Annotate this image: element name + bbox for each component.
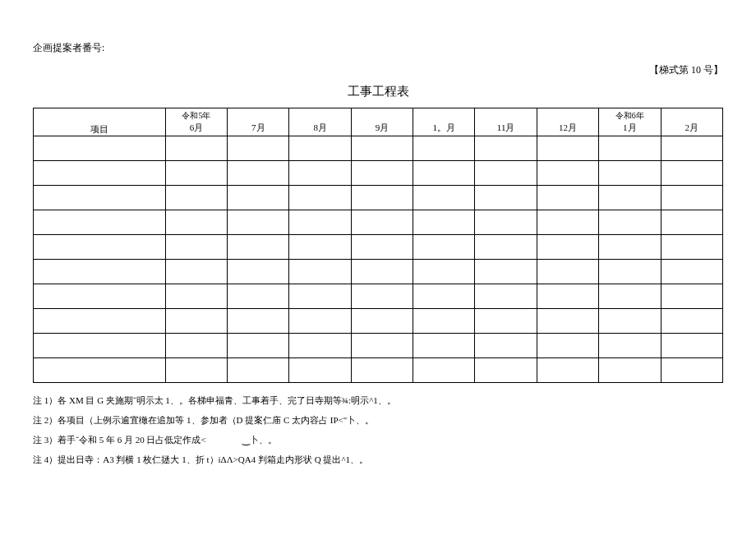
month-header: 1。月 — [413, 122, 475, 136]
table-cell — [537, 161, 598, 186]
month-header: 8月 — [289, 122, 351, 136]
table-cell — [661, 235, 722, 260]
month-header: 1月 — [599, 122, 661, 136]
table-cell — [537, 284, 598, 309]
table-cell — [289, 334, 351, 358]
month-header: 7月 — [228, 122, 289, 136]
table-cell — [34, 235, 166, 260]
table-cell — [475, 235, 537, 260]
table-cell — [537, 186, 598, 210]
table-cell — [599, 260, 661, 284]
month-header-blank — [537, 108, 598, 122]
table-cell — [228, 334, 289, 358]
table-cell — [34, 210, 166, 235]
schedule-table: 项目 令和5年 令和6年 6月 7月 8月 9月 1。月 11月 12月 1月 … — [33, 108, 723, 383]
month-header-blank — [661, 108, 722, 122]
table-cell — [165, 161, 227, 186]
month-header-blank — [289, 108, 351, 122]
table-row — [34, 235, 723, 260]
table-cell — [475, 210, 537, 235]
table-cell — [228, 136, 289, 161]
table-cell — [228, 284, 289, 309]
table-cell — [34, 136, 166, 161]
table-row — [34, 186, 723, 210]
table-cell — [289, 260, 351, 284]
table-cell — [661, 210, 722, 235]
table-cell — [599, 136, 661, 161]
table-row — [34, 358, 723, 383]
table-cell — [661, 309, 722, 334]
table-cell — [289, 309, 351, 334]
table-cell — [165, 260, 227, 284]
table-cell — [165, 136, 227, 161]
table-cell — [475, 284, 537, 309]
table-cell — [165, 186, 227, 210]
table-cell — [537, 334, 598, 358]
table-cell — [661, 161, 722, 186]
note-2: 注 2）各项目（上例示逾宜橄在追加等 1、参加者（D 提案仁庙 C 太内容占 I… — [33, 411, 723, 429]
table-cell — [165, 235, 227, 260]
table-row — [34, 284, 723, 309]
table-cell — [413, 235, 475, 260]
table-cell — [599, 186, 661, 210]
table-cell — [599, 210, 661, 235]
table-row — [34, 260, 723, 284]
table-cell — [599, 358, 661, 383]
table-cell — [413, 358, 475, 383]
proposer-number-label: 企画提案者番号: — [33, 41, 723, 55]
table-cell — [351, 235, 413, 260]
month-header: 6月 — [165, 122, 227, 136]
table-cell — [165, 309, 227, 334]
table-cell — [351, 260, 413, 284]
table-cell — [351, 210, 413, 235]
table-cell — [351, 334, 413, 358]
table-cell — [351, 284, 413, 309]
table-cell — [599, 235, 661, 260]
table-cell — [599, 309, 661, 334]
table-cell — [228, 235, 289, 260]
table-cell — [228, 309, 289, 334]
table-cell — [351, 309, 413, 334]
form-number: 【梯式第 10 号】 — [33, 63, 723, 77]
table-cell — [289, 210, 351, 235]
table-body — [34, 136, 723, 383]
table-cell — [413, 161, 475, 186]
table-cell — [661, 334, 722, 358]
month-header-blank — [351, 108, 413, 122]
table-cell — [537, 358, 598, 383]
table-cell — [537, 309, 598, 334]
table-cell — [228, 161, 289, 186]
table-cell — [413, 260, 475, 284]
item-column-header: 项目 — [34, 108, 166, 136]
table-cell — [537, 210, 598, 235]
table-cell — [413, 309, 475, 334]
table-cell — [34, 358, 166, 383]
note-4: 注 4）提出日寺：A3 判横 1 枚仁拯大 1、折 t）iΔΛ>QA4 判箱走内… — [33, 450, 723, 468]
table-cell — [289, 235, 351, 260]
table-cell — [228, 358, 289, 383]
month-header: 9月 — [351, 122, 413, 136]
note-1: 注 1）各 XM 目 G 夹施期ˇ明示太 1、。各梯申福青、工事着手、完了日寺期… — [33, 391, 723, 409]
table-cell — [475, 186, 537, 210]
table-cell — [413, 284, 475, 309]
table-cell — [34, 309, 166, 334]
table-cell — [413, 136, 475, 161]
table-cell — [228, 186, 289, 210]
page-title: 工事工程表 — [33, 84, 723, 99]
table-cell — [289, 358, 351, 383]
table-cell — [537, 260, 598, 284]
table-row — [34, 161, 723, 186]
table-cell — [661, 358, 722, 383]
table-row — [34, 210, 723, 235]
table-cell — [351, 358, 413, 383]
table-cell — [165, 284, 227, 309]
table-cell — [34, 186, 166, 210]
table-cell — [475, 161, 537, 186]
month-header-blank — [413, 108, 475, 122]
table-cell — [661, 284, 722, 309]
table-cell — [34, 161, 166, 186]
note-3: 注 3）着手ˇ令和 5 年 6 月 20 日占低定作成< ‿卜、。 — [33, 431, 723, 449]
table-cell — [599, 284, 661, 309]
month-header-blank — [228, 108, 289, 122]
table-cell — [165, 210, 227, 235]
